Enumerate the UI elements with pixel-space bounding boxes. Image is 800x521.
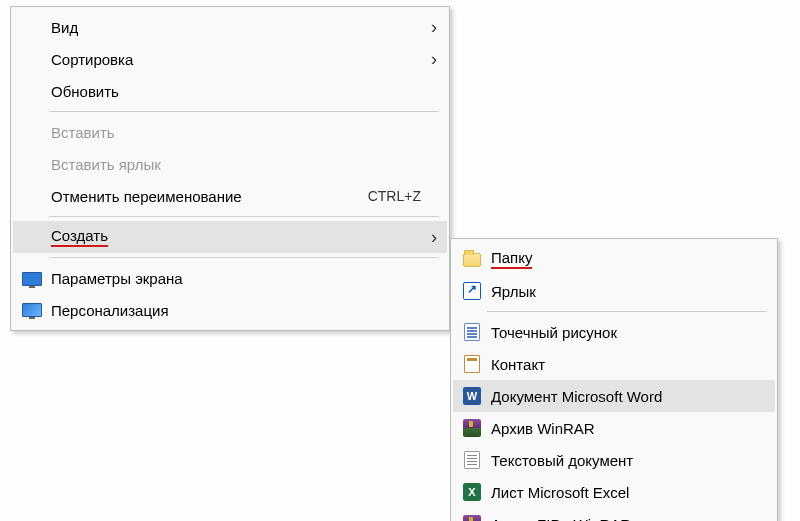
menu-item-label: Точечный рисунок (485, 324, 765, 341)
menu-separator (49, 257, 439, 258)
menu-item-label: Сортировка (45, 51, 437, 68)
menu-item-label: Текстовый документ (485, 452, 765, 469)
winrar-zip-icon (459, 515, 485, 521)
menu-item-undo-rename[interactable]: Отменить переименование CTRL+Z (13, 180, 447, 212)
submenu-item-shortcut[interactable]: Ярлык (453, 275, 775, 307)
menu-separator (487, 311, 767, 312)
menu-item-shortcut: CTRL+Z (368, 188, 437, 204)
menu-separator (49, 216, 439, 217)
submenu-item-folder[interactable]: Папку (453, 243, 775, 275)
menu-item-label: Персонализация (45, 302, 437, 319)
folder-icon (459, 251, 485, 267)
menu-item-label: Архив WinRAR (485, 420, 765, 437)
menu-item-label: Ярлык (485, 283, 765, 300)
menu-item-view[interactable]: Вид › (13, 11, 447, 43)
word-icon: W (459, 387, 485, 405)
submenu-item-word-document[interactable]: W Документ Microsoft Word (453, 380, 775, 412)
menu-item-paste: Вставить (13, 116, 447, 148)
menu-separator (49, 111, 439, 112)
menu-item-refresh[interactable]: Обновить (13, 75, 447, 107)
menu-item-label: Вставить ярлык (45, 156, 437, 173)
submenu-item-zip-winrar[interactable]: Архив ZIP - WinRAR (453, 508, 775, 521)
menu-item-label: Контакт (485, 356, 765, 373)
menu-item-display-settings[interactable]: Параметры экрана (13, 262, 447, 294)
excel-icon: X (459, 483, 485, 501)
submenu-item-contact[interactable]: Контакт (453, 348, 775, 380)
menu-item-personalization[interactable]: Персонализация (13, 294, 447, 326)
menu-item-label: Параметры экрана (45, 270, 437, 287)
contact-icon (459, 355, 485, 373)
winrar-icon (459, 419, 485, 437)
menu-item-label: Папку (485, 249, 765, 269)
menu-item-sort[interactable]: Сортировка › (13, 43, 447, 75)
shortcut-icon (459, 282, 485, 300)
submenu-item-text-document[interactable]: Текстовый документ (453, 444, 775, 476)
highlight-annotation: Создать (51, 227, 108, 247)
menu-item-label: Документ Microsoft Word (485, 388, 765, 405)
menu-item-label: Отменить переименование (45, 188, 368, 205)
menu-item-create[interactable]: Создать › (13, 221, 447, 253)
menu-item-label: Создать (45, 227, 437, 247)
desktop-context-menu: Вид › Сортировка › Обновить Вставить Вст… (10, 6, 450, 331)
personalization-icon (19, 303, 45, 317)
menu-item-label: Вид (45, 19, 437, 36)
chevron-right-icon: › (431, 18, 437, 36)
submenu-item-bitmap[interactable]: Точечный рисунок (453, 316, 775, 348)
menu-item-label: Лист Microsoft Excel (485, 484, 765, 501)
menu-item-label: Вставить (45, 124, 437, 141)
create-submenu: Папку Ярлык Точечный рисунок Контакт W Д… (450, 238, 778, 521)
menu-item-label: Архив ZIP - WinRAR (485, 516, 765, 522)
text-document-icon (459, 451, 485, 469)
menu-item-label: Обновить (45, 83, 437, 100)
menu-item-paste-shortcut: Вставить ярлык (13, 148, 447, 180)
submenu-item-winrar-archive[interactable]: Архив WinRAR (453, 412, 775, 444)
bitmap-icon (459, 323, 485, 341)
highlight-annotation: Папку (491, 249, 532, 269)
chevron-right-icon: › (431, 50, 437, 68)
display-icon (19, 271, 45, 286)
chevron-right-icon: › (431, 228, 437, 246)
submenu-item-excel-sheet[interactable]: X Лист Microsoft Excel (453, 476, 775, 508)
